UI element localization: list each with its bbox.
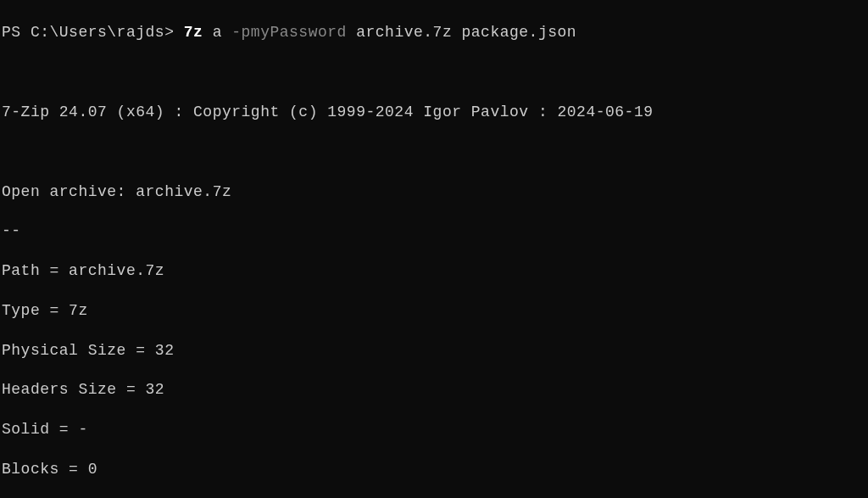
output-line <box>2 63 866 82</box>
output-open-archive: Open archive: archive.7z <box>2 182 866 202</box>
output-line <box>2 143 866 162</box>
output-separator: -- <box>2 221 866 241</box>
command-subcommand: a <box>203 24 231 41</box>
command-executable: 7z <box>184 24 203 41</box>
output-path: Path = archive.7z <box>2 261 866 281</box>
output-version: 7-Zip 24.07 (x64) : Copyright (c) 1999-2… <box>2 103 866 122</box>
command-args: archive.7z package.json <box>347 24 576 41</box>
terminal-output[interactable]: PS C:\Users\rajds> 7z a -pmyPassword arc… <box>2 3 866 498</box>
output-physical-size: Physical Size = 32 <box>2 341 866 361</box>
prompt-prefix: PS C:\Users\rajds> <box>2 24 184 41</box>
output-type: Type = 7z <box>2 301 866 321</box>
output-blocks: Blocks = 0 <box>2 460 866 479</box>
output-headers-size: Headers Size = 32 <box>2 380 866 400</box>
output-solid: Solid = - <box>2 420 866 439</box>
command-flag: -pmyPassword <box>231 24 347 41</box>
command-line-1: PS C:\Users\rajds> 7z a -pmyPassword arc… <box>2 23 866 42</box>
